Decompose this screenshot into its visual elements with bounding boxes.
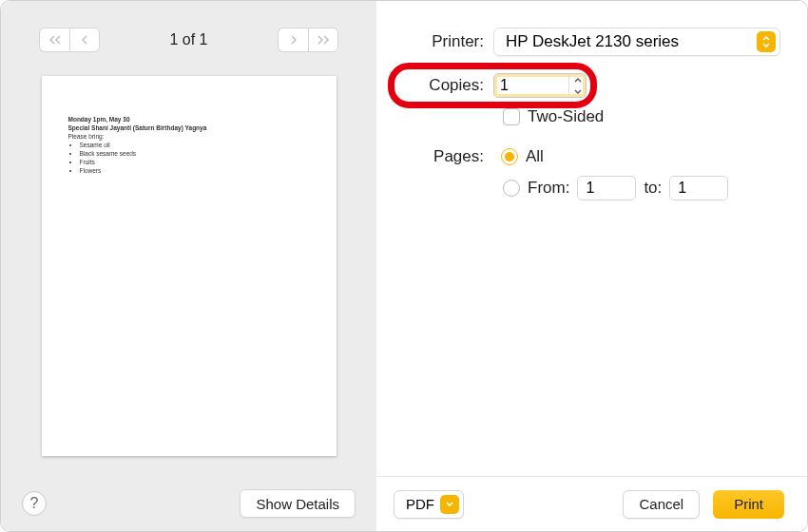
print-dialog: 1 of 1 Monday 1pm, May 30 Special Shani … — [0, 0, 808, 532]
settings-pane: Printer: HP DeskJet 2130 series Copies: … — [376, 1, 807, 531]
double-chevron-left-icon — [49, 33, 61, 48]
next-page-button[interactable] — [278, 28, 308, 52]
pages-from-value: 1 — [586, 180, 594, 197]
preview-list-item: Flowers — [80, 167, 310, 176]
preview-line: Special Shani Jayanti (Saturn Birthday) … — [68, 124, 310, 133]
pages-label: Pages: — [403, 147, 493, 166]
preview-pane: 1 of 1 Monday 1pm, May 30 Special Shani … — [1, 1, 376, 531]
last-page-button[interactable] — [308, 28, 338, 52]
preview-line: Monday 1pm, May 30 — [68, 116, 310, 124]
pages-to-label: to: — [644, 179, 662, 198]
next-buttons — [278, 28, 338, 52]
printer-value: HP DeskJet 2130 series — [506, 32, 679, 51]
first-page-button[interactable] — [39, 28, 69, 52]
pdf-label: PDF — [406, 496, 434, 512]
pages-all-label: All — [526, 147, 544, 166]
preview-list: Sesame oil Black sesame seeds Fruits Flo… — [68, 142, 310, 175]
chevron-left-icon — [81, 33, 88, 48]
settings-bottom-bar: PDF Cancel Print — [376, 476, 807, 531]
help-button[interactable]: ? — [22, 491, 47, 516]
chevron-down-icon[interactable] — [569, 86, 586, 97]
pages-to-value: 1 — [678, 180, 686, 197]
two-sided-label: Two-Sided — [528, 107, 604, 126]
chevron-up-icon[interactable] — [569, 74, 586, 86]
pages-block: Pages: All From: 1 to: 1 — [403, 147, 780, 210]
copies-label: Copies: — [403, 76, 493, 95]
pages-all-row: Pages: All — [403, 147, 780, 166]
form-area: Printer: HP DeskJet 2130 series Copies: … — [376, 1, 807, 219]
preview-line: Please bring: — [68, 133, 310, 142]
chevron-right-icon — [290, 33, 298, 48]
pages-range-radio[interactable] — [503, 180, 520, 197]
pages-all-radio[interactable] — [501, 148, 518, 165]
preview-bottom-bar: ? Show Details — [1, 476, 376, 531]
pages-range-row: From: 1 to: 1 — [503, 176, 780, 200]
stepper-arrows — [568, 74, 586, 97]
prev-page-button[interactable] — [69, 28, 100, 52]
show-details-label: Show Details — [256, 496, 339, 512]
two-sided-row: Two-Sided — [503, 107, 780, 126]
prev-buttons — [39, 28, 100, 52]
pages-from-input[interactable]: 1 — [577, 176, 636, 200]
preview-list-item: Black sesame seeds — [80, 150, 310, 159]
copies-row: Copies: 1 — [403, 73, 780, 98]
printer-row: Printer: HP DeskJet 2130 series — [403, 28, 780, 56]
preview-nav: 1 of 1 — [1, 1, 376, 62]
printer-label: Printer: — [403, 32, 493, 51]
preview-sheet-wrap: Monday 1pm, May 30 Special Shani Jayanti… — [1, 62, 376, 531]
two-sided-checkbox[interactable] — [503, 108, 520, 125]
preview-sheet: Monday 1pm, May 30 Special Shani Jayanti… — [42, 76, 337, 456]
chevron-down-icon — [440, 495, 459, 514]
cancel-label: Cancel — [639, 496, 683, 512]
double-chevron-right-icon — [317, 33, 329, 48]
action-buttons: Cancel Print — [623, 490, 784, 519]
printer-select[interactable]: HP DeskJet 2130 series — [493, 28, 780, 56]
preview-list-item: Sesame oil — [80, 142, 310, 150]
copies-value: 1 — [500, 77, 568, 94]
preview-list-item: Fruits — [80, 159, 310, 167]
pages-from-label: From: — [528, 179, 569, 198]
pdf-dropdown[interactable]: PDF — [394, 490, 464, 519]
show-details-button[interactable]: Show Details — [240, 489, 356, 518]
copies-stepper[interactable]: 1 — [493, 73, 587, 98]
updown-icon — [757, 31, 776, 52]
cancel-button[interactable]: Cancel — [623, 490, 700, 519]
pages-to-input[interactable]: 1 — [669, 176, 728, 200]
print-label: Print — [734, 496, 763, 512]
help-icon: ? — [30, 495, 39, 512]
page-indicator: 1 of 1 — [169, 31, 207, 48]
print-button[interactable]: Print — [713, 490, 784, 519]
